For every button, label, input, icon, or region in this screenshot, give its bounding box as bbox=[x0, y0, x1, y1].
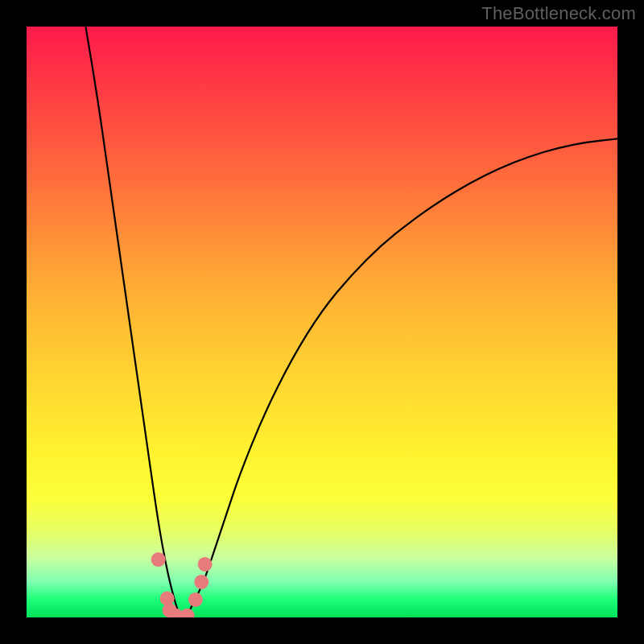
data-point bbox=[194, 575, 208, 589]
chart-frame: TheBottleneck.com bbox=[0, 0, 644, 644]
data-points bbox=[151, 552, 213, 617]
data-point bbox=[198, 557, 213, 572]
plot-area bbox=[27, 27, 617, 617]
attribution-label: TheBottleneck.com bbox=[481, 3, 636, 24]
data-point bbox=[151, 552, 166, 567]
data-point bbox=[188, 592, 203, 607]
curve-layer bbox=[27, 27, 617, 617]
data-point bbox=[180, 609, 195, 617]
bottleneck-curve bbox=[85, 27, 617, 617]
